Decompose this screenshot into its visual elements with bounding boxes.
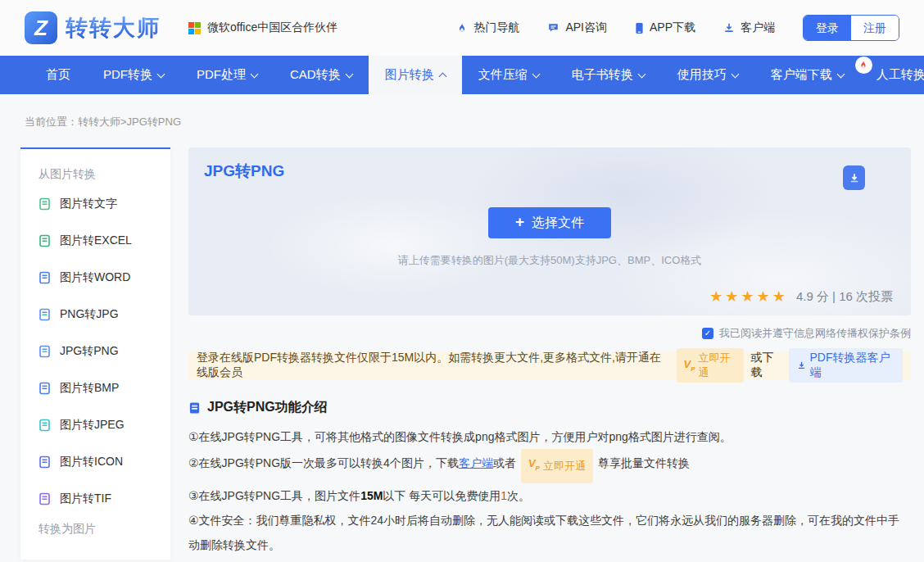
sidebar-item-label: 图片转ICON (60, 455, 123, 469)
intro-title: JPG转PNG功能介绍 (207, 399, 328, 416)
content-area: 从图片转换 图片转文字 图片转EXCEL 图片转WORD PNG转JPG JPG… (0, 147, 924, 560)
chevron-down-icon (637, 70, 645, 78)
sidebar-item-image-to-word[interactable]: 图片转WORD (38, 259, 170, 296)
nav-tips-label: 使用技巧 (677, 67, 727, 83)
login-button[interactable]: 登录 (804, 16, 851, 40)
chevron-down-icon (251, 70, 259, 78)
sidebar-item-image-to-bmp[interactable]: 图片转BMP (38, 369, 170, 406)
jpg-to-png-icon (38, 345, 52, 358)
agreement-label[interactable]: 我已阅读并遵守信息网络传播权保护条例 (719, 326, 911, 341)
intro-line-3-text-c: 次。 (507, 489, 530, 502)
sidebar-item-image-to-excel[interactable]: 图片转EXCEL (38, 222, 170, 259)
nav-tips[interactable]: 使用技巧 (661, 56, 754, 94)
rating-text: 4.9 分 | 16 次投票 (796, 289, 893, 305)
chevron-up-icon (438, 73, 446, 81)
nav-manual-convert[interactable]: 人工转换 HOT (860, 56, 924, 94)
star-icons[interactable]: ★★★★★ (709, 288, 788, 306)
select-file-button[interactable]: + 选择文件 (488, 207, 611, 238)
nav-file-compress[interactable]: 文件压缩 (462, 56, 555, 94)
client-label: 客户端 (741, 20, 775, 35)
intro-line-1-text: ①在线JPG转PNG工具，可将其他格式的图像文件转换成png格式图片，方便用户对… (188, 430, 732, 443)
page-title: JPG转PNG (204, 161, 284, 182)
upload-panel: JPG转PNG + 选择文件 请上传需要转换的图片(最大支持50M)支持JPG、… (188, 147, 911, 315)
chevron-down-icon (731, 70, 739, 78)
sidebar-item-image-to-icon[interactable]: 图片转ICON (38, 443, 170, 480)
nav-client-download[interactable]: 客户端下载 (754, 56, 860, 94)
auth-buttons: 登录 注册 (803, 15, 899, 41)
notice-or-download: 或下载 (750, 351, 782, 380)
chevron-down-icon (836, 70, 845, 78)
chevron-down-icon (532, 70, 540, 78)
nav-cad-convert[interactable]: CAD转换 (274, 56, 369, 94)
main-nav: 首页 PDF转换 PDF处理 CAD转换 图片转换 文件压缩 电子书转换 使用技… (0, 56, 924, 94)
sidebar-item-label: 图片转EXCEL (60, 233, 132, 248)
image-to-jpeg-icon (38, 419, 52, 432)
register-button[interactable]: 注册 (851, 16, 899, 40)
logo-z-icon: Z (25, 11, 57, 44)
intro-line-3-text: ③在线JPG转PNG工具，图片文件 (188, 489, 360, 502)
nav-pdf-process[interactable]: PDF处理 (180, 56, 274, 94)
sidebar-section-from-image: 从图片转换 (38, 167, 170, 182)
nav-pdf-convert-label: PDF转换 (103, 67, 152, 83)
nav-pdf-convert[interactable]: PDF转换 (87, 56, 180, 94)
top-header: Z 转转大师 微软office中国区合作伙伴 热门导航 API咨询 (0, 0, 924, 56)
notice-bar: 登录在线版PDF转换器转换文件仅限于15M以内。如需转换更大文件,更多格式文件,… (188, 351, 911, 379)
panel-download-button[interactable] (843, 165, 865, 190)
client-inline-link[interactable]: 客户端 (459, 456, 493, 469)
sidebar: 从图片转换 图片转文字 图片转EXCEL 图片转WORD PNG转JPG JPG… (20, 147, 170, 560)
nav-manual-convert-label: 人工转换 (876, 67, 924, 83)
nav-image-convert-active[interactable]: 图片转换 (369, 56, 462, 94)
nav-ebook-convert-label: 电子书转换 (572, 67, 633, 83)
intro-line-3-bold: 15M (360, 489, 383, 502)
phone-icon (635, 22, 644, 34)
sidebar-item-jpg-to-png[interactable]: JPG转PNG (38, 333, 170, 369)
sidebar-item-label: 图片转JPEG (60, 418, 125, 433)
breadcrumb-path[interactable]: 转转大师>JPG转PNG (78, 116, 181, 128)
nav-ebook-convert[interactable]: 电子书转换 (555, 56, 661, 94)
pdf-client-link[interactable]: PDF转换器客户端 (789, 348, 903, 383)
agreement-checkbox[interactable]: ✓ (702, 328, 713, 339)
microsoft-logo-icon (188, 22, 201, 34)
sidebar-item-png-to-jpg[interactable]: PNG转JPG (38, 296, 170, 333)
upload-hint: 请上传需要转换的图片(最大支持50M)支持JPG、BMP、ICO格式 (188, 253, 911, 268)
vip-icon: VP (528, 451, 540, 481)
download-icon (723, 22, 735, 34)
app-download-label: APP下载 (650, 20, 695, 35)
document-icon (188, 401, 201, 415)
intro-header: JPG转PNG功能介绍 (188, 399, 911, 416)
vip-icon: VP (684, 358, 695, 373)
header-links: 热门导航 API咨询 APP下载 客户端 登录 (456, 15, 899, 41)
site-logo[interactable]: Z 转转大师 (25, 11, 161, 44)
intro-line-2: ②在线JPG转PNG版一次最多可以转换4个图片，下载客户端或者VP立即开通尊享批… (188, 449, 911, 483)
nav-file-compress-label: 文件压缩 (478, 67, 528, 83)
api-consult-label: API咨询 (565, 20, 607, 35)
hot-nav-link[interactable]: 热门导航 (456, 20, 519, 35)
api-consult-link[interactable]: API咨询 (547, 20, 607, 35)
microsoft-partner: 微软office中国区合作伙伴 (188, 20, 337, 35)
sidebar-section-to-image: 转换为图片 (38, 522, 170, 537)
sidebar-item-label: 图片转BMP (60, 381, 119, 396)
sidebar-item-image-to-tif[interactable]: 图片转TIF (38, 480, 170, 517)
intro-line-3-text-b: 以下 每天可以免费使用 (383, 489, 500, 502)
intro-line-4-text: ④文件安全：我们尊重隐私权，文件24小时后将自动删除，无人能阅读或下载这些文件，… (188, 514, 899, 551)
app-download-link[interactable]: APP下载 (635, 20, 695, 35)
download-icon (797, 360, 806, 370)
pdf-client-label: PDF转换器客户端 (809, 351, 895, 380)
image-to-word-icon (38, 271, 52, 284)
download-arrow-icon (849, 172, 860, 184)
image-to-excel-icon (38, 234, 52, 247)
plus-icon: + (515, 213, 524, 231)
sidebar-item-image-to-text[interactable]: 图片转文字 (38, 185, 170, 222)
feature-intro: JPG转PNG功能介绍 ①在线JPG转PNG工具，可将其他格式的图像文件转换成p… (188, 399, 911, 557)
nav-home[interactable]: 首页 (29, 56, 87, 94)
star-rating[interactable]: ★★★★★ 4.9 分 | 16 次投票 (709, 288, 893, 306)
intro-body: ①在线JPG转PNG工具，可将其他格式的图像文件转换成png格式图片，方便用户对… (188, 424, 911, 557)
vip-open-button[interactable]: VP 立即开通 (677, 348, 745, 383)
client-download-link[interactable]: 客户端 (723, 20, 775, 35)
breadcrumb-prefix: 当前位置： (25, 116, 78, 128)
vip-open-inline-button[interactable]: VP立即开通 (521, 449, 593, 483)
sidebar-item-label: 图片转WORD (60, 270, 130, 285)
hot-nav-label: 热门导航 (473, 20, 519, 35)
page: Z 转转大师 微软office中国区合作伙伴 热门导航 API咨询 (0, 0, 924, 562)
sidebar-item-image-to-jpeg[interactable]: 图片转JPEG (38, 406, 170, 443)
